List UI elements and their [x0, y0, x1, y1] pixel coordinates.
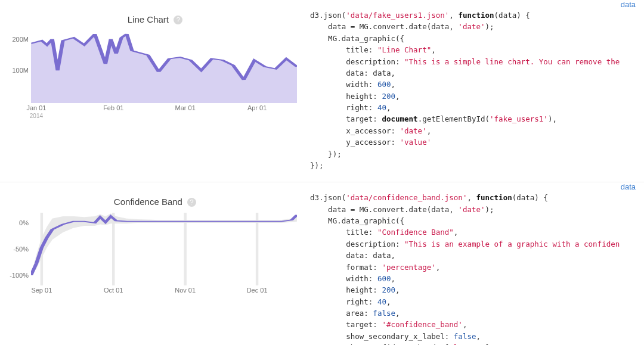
x-axis: Jan 01 2014 Feb 01 Mar 01 Apr 01 [31, 101, 297, 116]
code-text: data = MG.convert.date(data, [310, 205, 458, 214]
code-string: 'date' [458, 205, 485, 214]
code-text: width: [310, 274, 377, 283]
code-text: , [454, 228, 459, 237]
x-tick: Apr 01 [247, 104, 267, 111]
code-string: 'data/fake_users1.json' [346, 11, 449, 20]
code-number: 200 [382, 92, 395, 101]
chart-title: Line Chart ? [7, 14, 303, 24]
code-text: .getElementById( [418, 114, 490, 123]
code-text: description: [310, 57, 404, 66]
x-tick: Dec 01 [247, 287, 268, 294]
y-tick: 100M [12, 67, 29, 74]
x-tick: Nov 01 [175, 287, 196, 294]
code-text: target: [310, 320, 382, 329]
code-text: ), [548, 114, 557, 123]
chart-title-text: Line Chart [128, 14, 169, 24]
code-text: format: [310, 263, 382, 272]
x-axis: Sep 01 Oct 01 Nov 01 Dec 01 [31, 283, 297, 299]
code-text: right: [310, 103, 377, 112]
y-tick: 0% [19, 219, 29, 226]
plot-area [31, 30, 297, 103]
code-text: area: [310, 309, 373, 318]
y-tick: 200M [12, 36, 29, 43]
code-text: x_accessor: [310, 126, 400, 135]
chart-title: Confidence Band ? [7, 197, 303, 207]
code-string: "This is a simple line chart. You can re… [404, 57, 620, 66]
code-text: description: [310, 240, 404, 248]
code-text: , [449, 11, 458, 20]
code-string: "Line Chart" [377, 45, 431, 54]
code-text: , [427, 126, 432, 135]
code-keyword: document [382, 114, 417, 123]
code-bool: false [373, 309, 395, 318]
code-text: , [386, 103, 391, 112]
code-number: 200 [382, 285, 395, 294]
code-text: (data) { [494, 11, 530, 20]
code-string: '#confidence_band' [382, 320, 462, 329]
code-bool: false [454, 332, 476, 341]
code-string: 'date' [400, 126, 427, 135]
line-chart: 200M 100M Jan 01 2014 Feb 01 Mar 01 Apr … [31, 30, 297, 114]
code-string: "This is an example of a graphic with a … [404, 240, 620, 248]
code-text: data: data, [310, 251, 395, 260]
code-text: , [431, 45, 436, 54]
code-number: 600 [377, 80, 391, 89]
code-text: width: [310, 80, 377, 89]
code-keyword: function [476, 193, 512, 202]
code-text: d3.json( [310, 193, 346, 202]
code-string: 'value' [400, 138, 432, 147]
code-text: , [395, 309, 400, 318]
y-tick: -50% [13, 245, 29, 253]
code-text: title: [310, 45, 377, 54]
y-tick: -100% [10, 272, 29, 279]
code-text: d3.json( [310, 11, 346, 20]
code-string: 'data/confidence_band.json' [346, 193, 467, 202]
code-number: 40 [377, 297, 386, 306]
code-text: target: [310, 114, 382, 123]
code-text: MG.data_graphic({ [310, 216, 404, 225]
code-text: title: [310, 228, 377, 237]
code-keyword: function [458, 11, 494, 20]
help-icon[interactable]: ? [187, 198, 196, 207]
code-text: , [395, 285, 400, 294]
code-text: MG.data_graphic({ [310, 34, 404, 43]
y-axis: 200M 100M [6, 30, 29, 103]
x-tick: Feb 01 [103, 104, 123, 111]
code-text: }); [310, 161, 324, 170]
chart-column: Line Chart ? 200M 100M Jan 01 2014 Feb 0… [0, 6, 310, 171]
chart-column: Confidence Band ? 0% -50% -100% [0, 188, 310, 345]
code-text: , [391, 274, 395, 283]
help-icon[interactable]: ? [174, 15, 182, 24]
section-line-chart: data Line Chart ? 200M 100M Jan 01 2014 … [0, 0, 644, 182]
code-text: right: [310, 297, 377, 306]
x-tick: Jan 01 [26, 104, 46, 111]
code-text: show_secondary_x_label: [310, 332, 454, 341]
area-fill [31, 34, 297, 103]
code-text: , [436, 263, 441, 272]
code-text: height: [310, 92, 382, 101]
code-string: "Confidence Band" [377, 228, 454, 237]
code-text: ); [485, 205, 494, 214]
code-text: , [395, 92, 400, 101]
code-text: , [391, 80, 395, 89]
x-tick: Oct 01 [104, 287, 123, 294]
code-text: data: data, [310, 69, 395, 77]
confidence-band-chart: 0% -50% -100% Sep 01 Oct 01 Nov 01 Dec 0 [31, 213, 297, 296]
code-string: 'date' [458, 22, 485, 31]
code-text: ); [485, 22, 494, 31]
code-number: 600 [377, 274, 391, 283]
code-text: , [463, 320, 467, 329]
chart-title-text: Confidence Band [114, 197, 182, 207]
plot-area [31, 213, 297, 285]
code-text: height: [310, 285, 382, 294]
code-text: y_accessor: [310, 138, 400, 147]
code-number: 40 [377, 103, 386, 112]
code-text: }); [310, 150, 342, 158]
x-sublabel: 2014 [30, 113, 43, 119]
code-string: 'percentage' [382, 263, 435, 272]
code-text: , [476, 332, 481, 341]
y-axis: 0% -50% -100% [6, 213, 29, 285]
code-text: , [467, 193, 476, 202]
code-snippet: d3.json('data/confidence_band.json', fun… [310, 188, 644, 345]
code-text: (data) { [512, 193, 548, 202]
